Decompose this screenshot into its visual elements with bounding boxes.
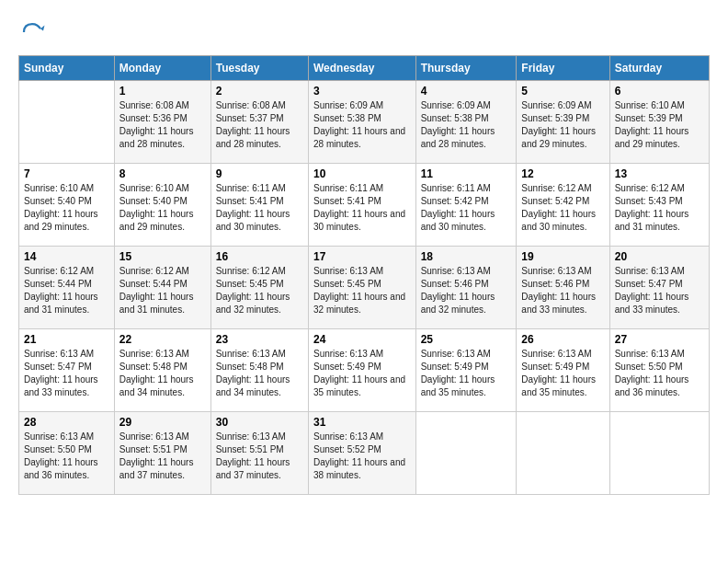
day-info: Sunrise: 6:13 AM Sunset: 5:51 PM Dayligh… xyxy=(216,431,303,482)
calendar-cell: 17 Sunrise: 6:13 AM Sunset: 5:45 PM Dayl… xyxy=(308,247,415,329)
day-info: Sunrise: 6:13 AM Sunset: 5:49 PM Dayligh… xyxy=(421,348,512,399)
week-row-5: 28 Sunrise: 6:13 AM Sunset: 5:50 PM Dayl… xyxy=(19,412,710,495)
header-sunday: Sunday xyxy=(19,56,115,81)
day-number: 3 xyxy=(313,85,411,98)
day-number: 25 xyxy=(421,333,512,346)
day-number: 28 xyxy=(24,416,109,429)
day-number: 26 xyxy=(521,333,604,346)
day-info: Sunrise: 6:12 AM Sunset: 5:45 PM Dayligh… xyxy=(216,265,303,316)
day-number: 2 xyxy=(216,85,303,98)
calendar-cell: 7 Sunrise: 6:10 AM Sunset: 5:40 PM Dayli… xyxy=(19,164,115,247)
day-info: Sunrise: 6:13 AM Sunset: 5:50 PM Dayligh… xyxy=(24,431,109,482)
day-info: Sunrise: 6:13 AM Sunset: 5:45 PM Dayligh… xyxy=(313,265,411,316)
day-info: Sunrise: 6:11 AM Sunset: 5:41 PM Dayligh… xyxy=(313,182,411,234)
day-info: Sunrise: 6:13 AM Sunset: 5:48 PM Dayligh… xyxy=(216,348,303,399)
calendar-cell: 31 Sunrise: 6:13 AM Sunset: 5:52 PM Dayl… xyxy=(308,412,415,495)
week-row-4: 21 Sunrise: 6:13 AM Sunset: 5:47 PM Dayl… xyxy=(19,329,710,412)
day-info: Sunrise: 6:09 AM Sunset: 5:39 PM Dayligh… xyxy=(521,99,604,151)
day-number: 13 xyxy=(615,167,704,180)
header-saturday: Saturday xyxy=(609,56,709,81)
calendar-cell: 18 Sunrise: 6:13 AM Sunset: 5:46 PM Dayl… xyxy=(415,247,517,329)
day-number: 22 xyxy=(119,333,206,346)
day-info: Sunrise: 6:13 AM Sunset: 5:52 PM Dayligh… xyxy=(313,431,411,482)
day-number: 4 xyxy=(421,85,512,98)
day-info: Sunrise: 6:09 AM Sunset: 5:38 PM Dayligh… xyxy=(313,99,411,151)
calendar-cell: 20 Sunrise: 6:13 AM Sunset: 5:47 PM Dayl… xyxy=(609,247,709,329)
day-number: 14 xyxy=(24,250,109,263)
day-info: Sunrise: 6:13 AM Sunset: 5:48 PM Dayligh… xyxy=(119,348,206,399)
day-info: Sunrise: 6:13 AM Sunset: 5:51 PM Dayligh… xyxy=(119,431,206,482)
day-info: Sunrise: 6:13 AM Sunset: 5:47 PM Dayligh… xyxy=(615,265,704,316)
day-info: Sunrise: 6:12 AM Sunset: 5:44 PM Dayligh… xyxy=(119,265,206,316)
day-info: Sunrise: 6:13 AM Sunset: 5:47 PM Dayligh… xyxy=(24,348,109,399)
calendar-table: SundayMondayTuesdayWednesdayThursdayFrid… xyxy=(18,55,710,495)
day-number: 1 xyxy=(119,85,206,98)
calendar-cell: 24 Sunrise: 6:13 AM Sunset: 5:49 PM Dayl… xyxy=(308,329,415,412)
week-row-2: 7 Sunrise: 6:10 AM Sunset: 5:40 PM Dayli… xyxy=(19,164,710,247)
calendar-cell: 14 Sunrise: 6:12 AM Sunset: 5:44 PM Dayl… xyxy=(19,247,115,329)
day-number: 9 xyxy=(216,167,303,180)
day-info: Sunrise: 6:13 AM Sunset: 5:49 PM Dayligh… xyxy=(521,348,604,399)
calendar-cell: 1 Sunrise: 6:08 AM Sunset: 5:36 PM Dayli… xyxy=(114,81,210,164)
day-number: 8 xyxy=(119,167,206,180)
day-info: Sunrise: 6:13 AM Sunset: 5:49 PM Dayligh… xyxy=(313,348,411,399)
calendar-cell: 23 Sunrise: 6:13 AM Sunset: 5:48 PM Dayl… xyxy=(210,329,308,412)
day-number: 30 xyxy=(216,416,303,429)
day-number: 23 xyxy=(216,333,303,346)
day-number: 15 xyxy=(119,250,206,263)
calendar-cell: 25 Sunrise: 6:13 AM Sunset: 5:49 PM Dayl… xyxy=(415,329,517,412)
day-number: 27 xyxy=(615,333,704,346)
header-friday: Friday xyxy=(517,56,609,81)
calendar-cell: 22 Sunrise: 6:13 AM Sunset: 5:48 PM Dayl… xyxy=(114,329,210,412)
calendar-cell: 15 Sunrise: 6:12 AM Sunset: 5:44 PM Dayl… xyxy=(114,247,210,329)
day-number: 24 xyxy=(313,333,411,346)
day-number: 19 xyxy=(521,250,604,263)
header-wednesday: Wednesday xyxy=(308,56,415,81)
calendar-cell: 29 Sunrise: 6:13 AM Sunset: 5:51 PM Dayl… xyxy=(114,412,210,495)
calendar-cell: 4 Sunrise: 6:09 AM Sunset: 5:38 PM Dayli… xyxy=(415,81,517,164)
calendar-cell: 2 Sunrise: 6:08 AM Sunset: 5:37 PM Dayli… xyxy=(210,81,308,164)
day-info: Sunrise: 6:12 AM Sunset: 5:42 PM Dayligh… xyxy=(521,182,604,234)
calendar-cell: 21 Sunrise: 6:13 AM Sunset: 5:47 PM Dayl… xyxy=(19,329,115,412)
day-number: 5 xyxy=(521,85,604,98)
calendar-header-row: SundayMondayTuesdayWednesdayThursdayFrid… xyxy=(19,56,710,81)
calendar-cell xyxy=(19,81,115,164)
calendar-cell: 10 Sunrise: 6:11 AM Sunset: 5:41 PM Dayl… xyxy=(308,164,415,247)
day-number: 31 xyxy=(313,416,411,429)
calendar-cell: 12 Sunrise: 6:12 AM Sunset: 5:42 PM Dayl… xyxy=(517,164,609,247)
day-number: 12 xyxy=(521,167,604,180)
day-info: Sunrise: 6:10 AM Sunset: 5:40 PM Dayligh… xyxy=(119,182,206,234)
day-info: Sunrise: 6:12 AM Sunset: 5:44 PM Dayligh… xyxy=(24,265,109,316)
day-number: 6 xyxy=(615,85,704,98)
calendar-cell: 27 Sunrise: 6:13 AM Sunset: 5:50 PM Dayl… xyxy=(609,329,709,412)
day-info: Sunrise: 6:09 AM Sunset: 5:38 PM Dayligh… xyxy=(421,99,512,151)
day-info: Sunrise: 6:08 AM Sunset: 5:37 PM Dayligh… xyxy=(216,99,303,151)
day-number: 29 xyxy=(119,416,206,429)
day-info: Sunrise: 6:13 AM Sunset: 5:50 PM Dayligh… xyxy=(615,348,704,399)
day-number: 16 xyxy=(216,250,303,263)
day-info: Sunrise: 6:11 AM Sunset: 5:42 PM Dayligh… xyxy=(421,182,512,234)
day-info: Sunrise: 6:11 AM Sunset: 5:41 PM Dayligh… xyxy=(216,182,303,234)
day-number: 20 xyxy=(615,250,704,263)
calendar-cell: 19 Sunrise: 6:13 AM Sunset: 5:46 PM Dayl… xyxy=(517,247,609,329)
day-number: 18 xyxy=(421,250,512,263)
calendar-cell xyxy=(517,412,609,495)
calendar-cell: 30 Sunrise: 6:13 AM Sunset: 5:51 PM Dayl… xyxy=(210,412,308,495)
day-info: Sunrise: 6:13 AM Sunset: 5:46 PM Dayligh… xyxy=(521,265,604,316)
calendar-cell: 13 Sunrise: 6:12 AM Sunset: 5:43 PM Dayl… xyxy=(609,164,709,247)
logo xyxy=(18,18,50,46)
calendar-cell: 3 Sunrise: 6:09 AM Sunset: 5:38 PM Dayli… xyxy=(308,81,415,164)
calendar-cell: 11 Sunrise: 6:11 AM Sunset: 5:42 PM Dayl… xyxy=(415,164,517,247)
day-info: Sunrise: 6:08 AM Sunset: 5:36 PM Dayligh… xyxy=(119,99,206,151)
logo-icon xyxy=(18,18,46,46)
calendar-cell: 16 Sunrise: 6:12 AM Sunset: 5:45 PM Dayl… xyxy=(210,247,308,329)
calendar-cell: 9 Sunrise: 6:11 AM Sunset: 5:41 PM Dayli… xyxy=(210,164,308,247)
calendar-cell: 8 Sunrise: 6:10 AM Sunset: 5:40 PM Dayli… xyxy=(114,164,210,247)
header-thursday: Thursday xyxy=(415,56,517,81)
day-info: Sunrise: 6:10 AM Sunset: 5:40 PM Dayligh… xyxy=(24,182,109,234)
header-tuesday: Tuesday xyxy=(210,56,308,81)
week-row-1: 1 Sunrise: 6:08 AM Sunset: 5:36 PM Dayli… xyxy=(19,81,710,164)
day-number: 11 xyxy=(421,167,512,180)
calendar-cell: 28 Sunrise: 6:13 AM Sunset: 5:50 PM Dayl… xyxy=(19,412,115,495)
day-info: Sunrise: 6:12 AM Sunset: 5:43 PM Dayligh… xyxy=(615,182,704,234)
